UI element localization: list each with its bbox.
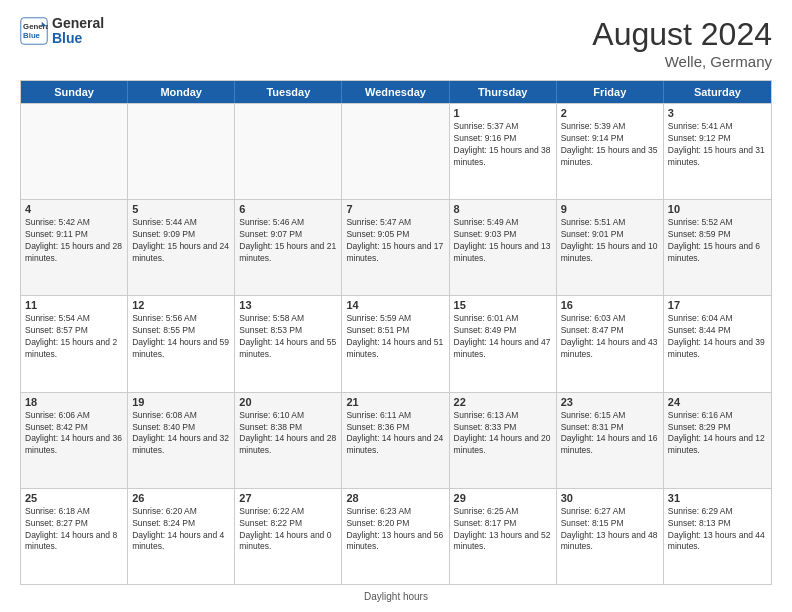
cell-info: Sunrise: 6:27 AM Sunset: 8:15 PM Dayligh… [561, 506, 659, 554]
day-number: 11 [25, 299, 123, 311]
title-block: August 2024 Welle, Germany [592, 16, 772, 70]
header-wednesday: Wednesday [342, 81, 449, 103]
calendar-cell: 5Sunrise: 5:44 AM Sunset: 9:09 PM Daylig… [128, 200, 235, 295]
cell-info: Sunrise: 6:20 AM Sunset: 8:24 PM Dayligh… [132, 506, 230, 554]
calendar-cell: 13Sunrise: 5:58 AM Sunset: 8:53 PM Dayli… [235, 296, 342, 391]
calendar-cell: 4Sunrise: 5:42 AM Sunset: 9:11 PM Daylig… [21, 200, 128, 295]
cell-info: Sunrise: 6:10 AM Sunset: 8:38 PM Dayligh… [239, 410, 337, 458]
day-number: 27 [239, 492, 337, 504]
logo-line2: Blue [52, 31, 104, 46]
calendar-cell: 26Sunrise: 6:20 AM Sunset: 8:24 PM Dayli… [128, 489, 235, 584]
calendar-row-2: 4Sunrise: 5:42 AM Sunset: 9:11 PM Daylig… [21, 199, 771, 295]
cell-info: Sunrise: 5:54 AM Sunset: 8:57 PM Dayligh… [25, 313, 123, 361]
header-friday: Friday [557, 81, 664, 103]
day-number: 17 [668, 299, 767, 311]
calendar-cell: 19Sunrise: 6:08 AM Sunset: 8:40 PM Dayli… [128, 393, 235, 488]
cell-info: Sunrise: 6:16 AM Sunset: 8:29 PM Dayligh… [668, 410, 767, 458]
day-number: 28 [346, 492, 444, 504]
cell-info: Sunrise: 5:46 AM Sunset: 9:07 PM Dayligh… [239, 217, 337, 265]
day-number: 23 [561, 396, 659, 408]
cell-info: Sunrise: 5:52 AM Sunset: 8:59 PM Dayligh… [668, 217, 767, 265]
cell-info: Sunrise: 5:56 AM Sunset: 8:55 PM Dayligh… [132, 313, 230, 361]
calendar-cell [21, 104, 128, 199]
calendar-row-5: 25Sunrise: 6:18 AM Sunset: 8:27 PM Dayli… [21, 488, 771, 584]
calendar-cell: 11Sunrise: 5:54 AM Sunset: 8:57 PM Dayli… [21, 296, 128, 391]
cell-info: Sunrise: 5:47 AM Sunset: 9:05 PM Dayligh… [346, 217, 444, 265]
calendar-cell: 10Sunrise: 5:52 AM Sunset: 8:59 PM Dayli… [664, 200, 771, 295]
day-number: 10 [668, 203, 767, 215]
page: General Blue General Blue August 2024 We… [0, 0, 792, 612]
calendar-cell: 6Sunrise: 5:46 AM Sunset: 9:07 PM Daylig… [235, 200, 342, 295]
calendar-cell: 20Sunrise: 6:10 AM Sunset: 8:38 PM Dayli… [235, 393, 342, 488]
day-number: 30 [561, 492, 659, 504]
cell-info: Sunrise: 5:49 AM Sunset: 9:03 PM Dayligh… [454, 217, 552, 265]
cell-info: Sunrise: 6:06 AM Sunset: 8:42 PM Dayligh… [25, 410, 123, 458]
calendar-cell: 18Sunrise: 6:06 AM Sunset: 8:42 PM Dayli… [21, 393, 128, 488]
day-number: 7 [346, 203, 444, 215]
day-number: 12 [132, 299, 230, 311]
calendar-cell: 12Sunrise: 5:56 AM Sunset: 8:55 PM Dayli… [128, 296, 235, 391]
day-number: 14 [346, 299, 444, 311]
svg-text:General: General [23, 23, 48, 32]
cell-info: Sunrise: 6:04 AM Sunset: 8:44 PM Dayligh… [668, 313, 767, 361]
calendar-row-4: 18Sunrise: 6:06 AM Sunset: 8:42 PM Dayli… [21, 392, 771, 488]
cell-info: Sunrise: 6:01 AM Sunset: 8:49 PM Dayligh… [454, 313, 552, 361]
cell-info: Sunrise: 6:18 AM Sunset: 8:27 PM Dayligh… [25, 506, 123, 554]
day-number: 22 [454, 396, 552, 408]
day-number: 19 [132, 396, 230, 408]
day-number: 24 [668, 396, 767, 408]
logo-icon: General Blue [20, 17, 48, 45]
cell-info: Sunrise: 6:29 AM Sunset: 8:13 PM Dayligh… [668, 506, 767, 554]
calendar-row-1: 1Sunrise: 5:37 AM Sunset: 9:16 PM Daylig… [21, 103, 771, 199]
calendar-cell [342, 104, 449, 199]
cell-info: Sunrise: 6:13 AM Sunset: 8:33 PM Dayligh… [454, 410, 552, 458]
calendar-row-3: 11Sunrise: 5:54 AM Sunset: 8:57 PM Dayli… [21, 295, 771, 391]
calendar-cell: 28Sunrise: 6:23 AM Sunset: 8:20 PM Dayli… [342, 489, 449, 584]
cell-info: Sunrise: 5:51 AM Sunset: 9:01 PM Dayligh… [561, 217, 659, 265]
logo: General Blue General Blue [20, 16, 104, 47]
day-number: 13 [239, 299, 337, 311]
calendar-cell: 17Sunrise: 6:04 AM Sunset: 8:44 PM Dayli… [664, 296, 771, 391]
location: Welle, Germany [592, 53, 772, 70]
day-number: 18 [25, 396, 123, 408]
cell-info: Sunrise: 6:11 AM Sunset: 8:36 PM Dayligh… [346, 410, 444, 458]
day-number: 15 [454, 299, 552, 311]
calendar-cell: 29Sunrise: 6:25 AM Sunset: 8:17 PM Dayli… [450, 489, 557, 584]
calendar-header: Sunday Monday Tuesday Wednesday Thursday… [21, 81, 771, 103]
footer: Daylight hours [20, 591, 772, 602]
cell-info: Sunrise: 5:42 AM Sunset: 9:11 PM Dayligh… [25, 217, 123, 265]
footer-text: Daylight hours [364, 591, 428, 602]
header-saturday: Saturday [664, 81, 771, 103]
header: General Blue General Blue August 2024 We… [20, 16, 772, 70]
calendar-cell: 24Sunrise: 6:16 AM Sunset: 8:29 PM Dayli… [664, 393, 771, 488]
calendar-cell: 8Sunrise: 5:49 AM Sunset: 9:03 PM Daylig… [450, 200, 557, 295]
day-number: 9 [561, 203, 659, 215]
cell-info: Sunrise: 5:59 AM Sunset: 8:51 PM Dayligh… [346, 313, 444, 361]
calendar-cell: 22Sunrise: 6:13 AM Sunset: 8:33 PM Dayli… [450, 393, 557, 488]
logo-text: General Blue [52, 16, 104, 47]
cell-info: Sunrise: 5:37 AM Sunset: 9:16 PM Dayligh… [454, 121, 552, 169]
calendar-cell [128, 104, 235, 199]
svg-text:Blue: Blue [23, 31, 41, 40]
calendar-cell: 7Sunrise: 5:47 AM Sunset: 9:05 PM Daylig… [342, 200, 449, 295]
calendar-body: 1Sunrise: 5:37 AM Sunset: 9:16 PM Daylig… [21, 103, 771, 584]
cell-info: Sunrise: 5:44 AM Sunset: 9:09 PM Dayligh… [132, 217, 230, 265]
day-number: 5 [132, 203, 230, 215]
day-number: 16 [561, 299, 659, 311]
header-sunday: Sunday [21, 81, 128, 103]
day-number: 3 [668, 107, 767, 119]
cell-info: Sunrise: 5:39 AM Sunset: 9:14 PM Dayligh… [561, 121, 659, 169]
calendar-cell: 14Sunrise: 5:59 AM Sunset: 8:51 PM Dayli… [342, 296, 449, 391]
calendar-cell: 9Sunrise: 5:51 AM Sunset: 9:01 PM Daylig… [557, 200, 664, 295]
calendar-cell: 31Sunrise: 6:29 AM Sunset: 8:13 PM Dayli… [664, 489, 771, 584]
header-monday: Monday [128, 81, 235, 103]
day-number: 2 [561, 107, 659, 119]
day-number: 1 [454, 107, 552, 119]
day-number: 26 [132, 492, 230, 504]
day-number: 21 [346, 396, 444, 408]
calendar-cell: 25Sunrise: 6:18 AM Sunset: 8:27 PM Dayli… [21, 489, 128, 584]
calendar-cell: 3Sunrise: 5:41 AM Sunset: 9:12 PM Daylig… [664, 104, 771, 199]
calendar-cell: 30Sunrise: 6:27 AM Sunset: 8:15 PM Dayli… [557, 489, 664, 584]
day-number: 31 [668, 492, 767, 504]
calendar-cell: 15Sunrise: 6:01 AM Sunset: 8:49 PM Dayli… [450, 296, 557, 391]
